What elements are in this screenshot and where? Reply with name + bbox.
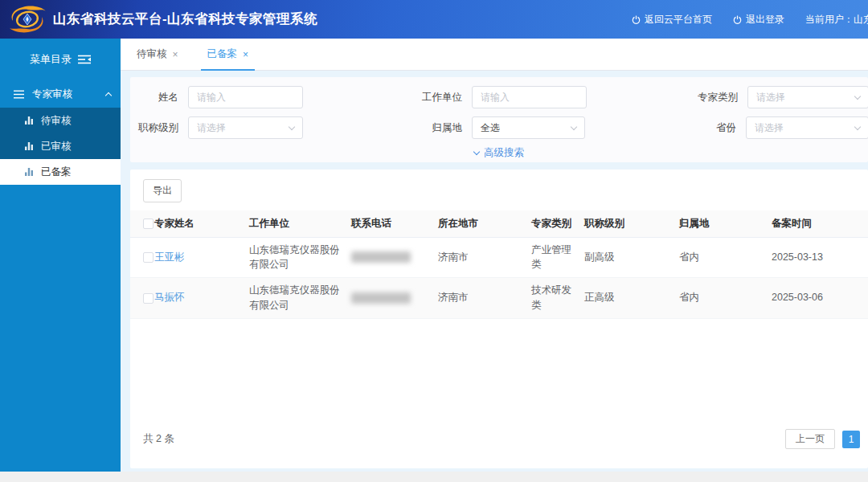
category-cell: 产业管理类 — [531, 237, 584, 278]
region-cell: 省内 — [679, 278, 772, 319]
menu-directory-label: 菜单目录 — [30, 52, 72, 67]
record-date-cell: 2025-03-13 — [772, 237, 868, 278]
column-header: 专家类别 — [531, 210, 584, 237]
row-checkbox[interactable] — [143, 252, 154, 263]
province-select[interactable]: 请选择 — [746, 116, 868, 139]
expert-category-field-label: 专家类别 — [587, 91, 738, 104]
company-cell: 山东德瑞克仪器股份有限公司 — [249, 278, 351, 319]
page-title: 山东省科技云平台-山东省科技专家管理系统 — [53, 10, 317, 28]
tab-bar: 待审核 × 已备案 × — [121, 39, 868, 71]
table-row: 王亚彬 山东德瑞克仪器股份有限公司 济南市 产业管理类 副高级 省内 2025-… — [130, 237, 868, 278]
chevron-down-icon — [854, 123, 861, 129]
sidebar: 菜单目录 专家审核 待审核 — [0, 39, 121, 472]
export-button[interactable]: 导出 — [143, 179, 182, 202]
prev-page-button[interactable]: 上一页 — [785, 429, 835, 449]
phone-redacted — [351, 292, 411, 304]
search-panel: 姓名 工作单位 专家类别 请选择 — [130, 77, 868, 162]
chevron-up-icon — [105, 92, 112, 98]
select-value: 全选 — [481, 121, 500, 135]
app-logo-icon — [6, 5, 48, 34]
main-area: 待审核 × 已备案 × 姓名 工 — [121, 39, 868, 472]
region-cell: 省内 — [679, 237, 772, 278]
record-date-cell: 2025-03-06 — [772, 278, 868, 319]
region-field-label: 归属地 — [303, 121, 462, 135]
select-placeholder: 请选择 — [756, 91, 785, 104]
sidebar-item-recorded[interactable]: 已备案 — [0, 159, 121, 185]
column-header: 备案时间 — [772, 210, 868, 237]
tab-label: 已备案 — [207, 47, 238, 61]
category-cell: 技术研发类 — [531, 278, 584, 319]
title-level-select[interactable]: 请选择 — [188, 116, 303, 139]
title-level-field-label: 职称级别 — [130, 121, 178, 135]
list-icon — [14, 90, 24, 99]
results-panel: 导出 专家姓名 工作单位 联系电话 — [130, 170, 868, 468]
logout-link[interactable]: 退出登录 — [733, 13, 784, 27]
table-header-row: 专家姓名 工作单位 联系电话 所在地市 专家类别 职称级别 归属地 备案时间 — [130, 210, 868, 237]
pagination: 上一页 1 — [785, 429, 860, 449]
work-unit-input[interactable] — [472, 86, 587, 108]
expert-name-link[interactable]: 王亚彬 — [154, 251, 185, 263]
sidebar-item-pending-review[interactable]: 待审核 — [0, 108, 121, 133]
collapse-menu-icon — [78, 55, 91, 64]
select-placeholder: 请选择 — [755, 121, 784, 135]
close-icon[interactable]: × — [243, 49, 248, 60]
experts-table: 专家姓名 工作单位 联系电话 所在地市 专家类别 职称级别 归属地 备案时间 — [130, 210, 868, 319]
column-header: 联系电话 — [351, 210, 438, 237]
column-header: 专家姓名 — [154, 210, 249, 237]
region-select[interactable]: 全选 — [472, 116, 585, 139]
sidebar-group-expert-review[interactable]: 专家审核 — [0, 80, 121, 108]
bar-chart-icon — [24, 167, 34, 177]
chevron-down-icon — [571, 123, 577, 129]
page-number-button[interactable]: 1 — [842, 431, 860, 448]
city-cell: 济南市 — [438, 278, 531, 319]
sidebar-item-label: 待审核 — [41, 114, 72, 128]
province-field-label: 省份 — [585, 121, 736, 135]
close-icon[interactable]: × — [173, 49, 178, 60]
sidebar-group-label: 专家审核 — [32, 88, 72, 101]
advanced-search-label: 高级搜索 — [484, 146, 524, 160]
company-cell: 山东德瑞克仪器股份有限公司 — [249, 237, 351, 278]
city-cell: 济南市 — [438, 237, 531, 278]
power-icon — [733, 15, 742, 24]
power-icon — [632, 15, 641, 24]
phone-redacted — [351, 251, 411, 263]
table-row: 马振怀 山东德瑞克仪器股份有限公司 济南市 技术研发类 正高级 省内 2025-… — [130, 278, 868, 319]
advanced-search-link[interactable]: 高级搜索 — [130, 143, 868, 162]
sidebar-item-label: 已审核 — [41, 140, 72, 153]
return-home-label: 返回云平台首页 — [645, 13, 712, 27]
return-home-link[interactable]: 返回云平台首页 — [632, 13, 712, 27]
logout-label: 退出登录 — [746, 13, 784, 27]
bar-chart-icon — [24, 116, 34, 125]
table-footer: 共 2 条 上一页 1 — [130, 429, 868, 468]
chevron-down-icon — [473, 148, 480, 154]
tab-label: 待审核 — [137, 47, 167, 61]
sidebar-submenu: 待审核 已审核 已备案 — [0, 108, 121, 185]
current-user-label: 当前用户：山东 — [805, 13, 868, 27]
table-toolbar: 导出 — [130, 170, 868, 202]
bottom-strip — [0, 472, 868, 482]
column-header: 所在地市 — [438, 210, 531, 237]
header-links: 返回云平台首页 退出登录 当前用户：山东 — [632, 13, 868, 27]
app-header: 山东省科技云平台-山东省科技专家管理系统 返回云平台首页 退出登录 当前用户：山… — [0, 0, 868, 39]
column-header: 职称级别 — [584, 210, 679, 237]
app-window: 山东省科技云平台-山东省科技专家管理系统 返回云平台首页 退出登录 当前用户：山… — [0, 0, 868, 482]
total-count-label: 共 2 条 — [143, 432, 174, 446]
select-all-checkbox[interactable] — [143, 219, 154, 229]
chevron-down-icon — [854, 92, 861, 99]
bar-chart-icon — [24, 141, 34, 151]
sidebar-item-label: 已备案 — [41, 165, 72, 179]
tab-recorded[interactable]: 已备案 × — [201, 39, 256, 70]
name-input[interactable] — [188, 86, 303, 108]
expert-category-select[interactable]: 请选择 — [747, 86, 868, 108]
expert-name-link[interactable]: 马振怀 — [154, 292, 185, 303]
content-area: 姓名 工作单位 专家类别 请选择 — [121, 71, 868, 472]
row-checkbox[interactable] — [143, 293, 154, 304]
tab-pending-review[interactable]: 待审核 × — [130, 39, 185, 70]
work-unit-field-label: 工作单位 — [303, 91, 462, 104]
sidebar-item-reviewed[interactable]: 已审核 — [0, 133, 121, 159]
name-field-label: 姓名 — [130, 91, 178, 104]
menu-directory-toggle[interactable]: 菜单目录 — [0, 39, 121, 80]
chevron-down-icon — [289, 123, 295, 129]
select-placeholder: 请选择 — [197, 121, 226, 135]
title-level-cell: 副高级 — [584, 237, 679, 278]
